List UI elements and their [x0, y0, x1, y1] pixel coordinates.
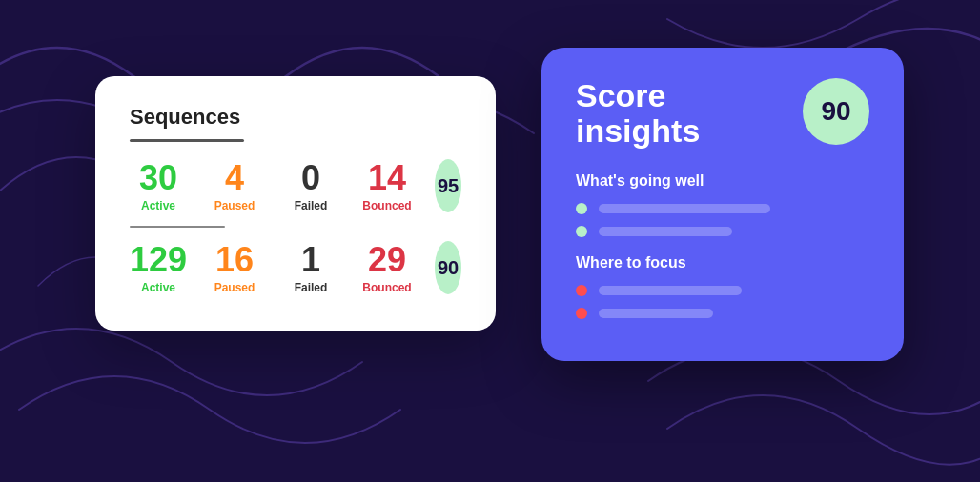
well-dot-2 — [576, 226, 587, 237]
focus-section: Where to focus — [576, 254, 869, 319]
well-dot-1 — [576, 203, 587, 214]
row2-paused-label: Paused — [214, 281, 255, 294]
focus-bar-1 — [599, 286, 742, 295]
row2-score-badge: 90 — [435, 241, 461, 294]
focus-dot-2 — [576, 308, 587, 319]
row1-bounced-label: Bounced — [362, 199, 411, 212]
sequences-title: Sequences — [130, 105, 461, 130]
row2-active-number: 129 — [130, 241, 187, 279]
well-item-2 — [576, 226, 869, 237]
row1-active-number: 30 — [139, 159, 177, 197]
row1-failed-number: 0 — [301, 159, 320, 197]
row1-failed-stat: 0 Failed — [282, 159, 339, 212]
focus-bar-2 — [599, 309, 713, 318]
insights-score-circle: 90 — [803, 78, 869, 145]
row-divider — [130, 226, 225, 228]
row2-failed-label: Failed — [295, 281, 328, 294]
sequences-card: Sequences 30 Active 4 Paused 0 Failed 14… — [95, 76, 496, 331]
row2-active-stat: 129 Active — [130, 241, 187, 294]
row1-paused-label: Paused — [214, 199, 255, 212]
row2-active-label: Active — [141, 281, 175, 294]
row2-bounced-number: 29 — [368, 241, 406, 279]
well-item-1 — [576, 203, 869, 214]
row2-paused-number: 16 — [215, 241, 254, 279]
row1-active-label: Active — [141, 199, 175, 212]
row1-paused-stat: 4 Paused — [206, 159, 263, 212]
focus-item-1 — [576, 285, 869, 296]
focus-dot-1 — [576, 285, 587, 296]
focus-heading: Where to focus — [576, 254, 869, 271]
well-bar-1 — [599, 204, 770, 213]
well-bar-2 — [599, 227, 732, 236]
row1-bounced-stat: 14 Bounced — [358, 159, 416, 212]
row2-failed-number: 1 — [301, 241, 320, 279]
row2-failed-stat: 1 Failed — [282, 241, 339, 294]
row2-paused-stat: 16 Paused — [206, 241, 263, 294]
row1-score-badge: 95 — [435, 159, 461, 212]
row1-active-stat: 30 Active — [130, 159, 187, 212]
row2-bounced-label: Bounced — [362, 281, 411, 294]
insights-card: Scoreinsights 90 What's going well Where… — [541, 48, 904, 361]
row2-bounced-stat: 29 Bounced — [358, 241, 416, 294]
focus-item-2 — [576, 308, 869, 319]
row1-failed-label: Failed — [295, 199, 328, 212]
sequence-row-2: 129 Active 16 Paused 1 Failed 29 Bounced… — [130, 241, 461, 294]
insights-title: Scoreinsights — [576, 78, 700, 150]
insights-header: Scoreinsights 90 — [576, 78, 869, 150]
row1-bounced-number: 14 — [368, 159, 406, 197]
well-heading: What's going well — [576, 172, 869, 190]
row1-paused-number: 4 — [225, 159, 244, 197]
sequence-row-1: 30 Active 4 Paused 0 Failed 14 Bounced 9… — [130, 159, 461, 212]
sequences-divider — [130, 139, 244, 142]
